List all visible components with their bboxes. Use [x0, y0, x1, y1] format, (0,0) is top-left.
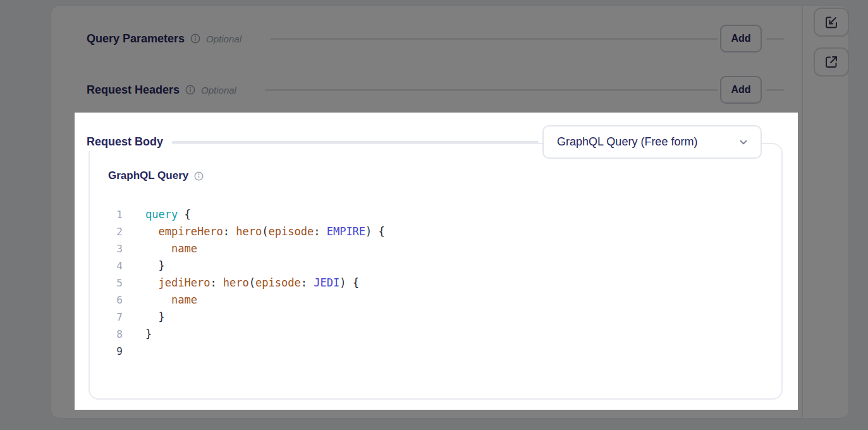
code-token: JEDI	[314, 276, 339, 289]
code-token: :	[210, 276, 223, 289]
graphql-query-label-row: GraphQL Query	[108, 169, 204, 182]
open-external-button[interactable]	[814, 47, 849, 77]
code-line-content[interactable]: query {	[145, 206, 763, 223]
code-line[interactable]: 4 }	[101, 257, 763, 274]
line-number: 4	[101, 257, 123, 274]
code-token: }	[145, 328, 152, 340]
code-line-content[interactable]: }	[145, 309, 763, 326]
chevron-down-icon	[738, 137, 749, 148]
code-token: hero	[236, 225, 262, 238]
query-parameters-title: Query Parameters	[87, 32, 185, 46]
code-line-content[interactable]: name	[145, 240, 763, 257]
code-token: hero	[223, 276, 249, 289]
code-token: :	[301, 276, 314, 289]
code-line[interactable]: 1query {	[101, 206, 763, 223]
form-right-divider	[802, 6, 803, 417]
line-number: 2	[101, 223, 123, 240]
add-query-parameter-button[interactable]: Add	[720, 25, 762, 52]
code-token: name	[145, 293, 197, 306]
code-line[interactable]: 5 jediHero: hero(episode: JEDI) {	[101, 274, 763, 292]
optional-badge: Optional	[206, 34, 241, 44]
code-token: name	[145, 242, 197, 255]
code-line-content[interactable]: }	[145, 257, 763, 274]
code-token: (	[262, 225, 268, 238]
line-number: 3	[101, 240, 123, 257]
code-line[interactable]: 7 }	[101, 309, 763, 326]
code-token: empireHero	[158, 225, 223, 238]
info-icon[interactable]	[194, 171, 204, 181]
code-token: EMPIRE	[327, 225, 365, 238]
code-token: episode	[255, 276, 301, 289]
line-number: 7	[101, 309, 123, 326]
line-number: 5	[101, 274, 123, 292]
external-link-icon	[824, 54, 839, 70]
info-icon[interactable]	[185, 85, 195, 95]
code-token: :	[314, 225, 326, 238]
line-number: 1	[101, 206, 123, 223]
code-token: }	[145, 259, 165, 272]
code-editor-lines: 1query {2 empireHero: hero(episode: EMPI…	[101, 206, 763, 360]
code-token: }	[145, 310, 165, 323]
line-number: 8	[101, 326, 123, 343]
code-token: :	[223, 225, 236, 238]
divider-line	[265, 89, 718, 91]
code-token: {	[178, 208, 190, 221]
graphql-query-label: GraphQL Query	[108, 169, 188, 182]
graphql-code-editor[interactable]: 1query {2 empireHero: hero(episode: EMPI…	[101, 206, 763, 360]
code-token	[145, 276, 158, 289]
code-line[interactable]: 9	[101, 343, 763, 360]
body-type-select[interactable]: GraphQL Query (Free form)	[542, 125, 762, 159]
code-token: jediHero	[158, 276, 210, 289]
code-token: query	[145, 208, 178, 221]
code-line[interactable]: 3 name	[101, 240, 763, 257]
code-line-content[interactable]: jediHero: hero(episode: JEDI) {	[145, 274, 763, 292]
code-token: ) {	[365, 225, 385, 238]
section-request-body: Request Body GraphQL Query (Free form)	[87, 125, 762, 159]
section-query-parameters: Query Parameters Optional Add	[87, 24, 784, 53]
add-request-header-button[interactable]: Add	[720, 76, 762, 104]
code-token	[145, 225, 158, 238]
code-line-content[interactable]: }	[145, 326, 763, 343]
optional-badge: Optional	[201, 85, 236, 95]
code-token: (	[249, 276, 255, 289]
divider-line	[172, 141, 539, 143]
request-headers-title: Request Headers	[87, 83, 180, 97]
code-token: ) {	[339, 276, 359, 289]
divider-line	[766, 38, 784, 40]
code-line-content[interactable]: name	[145, 292, 763, 309]
line-number: 6	[101, 292, 123, 309]
info-icon[interactable]	[190, 34, 200, 44]
code-line[interactable]: 2 empireHero: hero(episode: EMPIRE) {	[101, 223, 763, 240]
line-number: 9	[101, 343, 123, 360]
request-body-title: Request Body	[87, 133, 172, 151]
import-arrow-icon	[824, 15, 839, 30]
divider-line	[270, 38, 718, 40]
body-type-selected-value: GraphQL Query (Free form)	[557, 135, 697, 149]
code-line[interactable]: 6 name	[101, 292, 763, 309]
divider-line	[766, 89, 784, 91]
code-line-content[interactable]: empireHero: hero(episode: EMPIRE) {	[145, 223, 763, 240]
section-request-headers: Request Headers Optional Add	[87, 75, 784, 104]
import-code-button[interactable]	[814, 8, 849, 37]
code-token: episode	[269, 225, 314, 238]
code-line[interactable]: 8}	[101, 326, 763, 343]
